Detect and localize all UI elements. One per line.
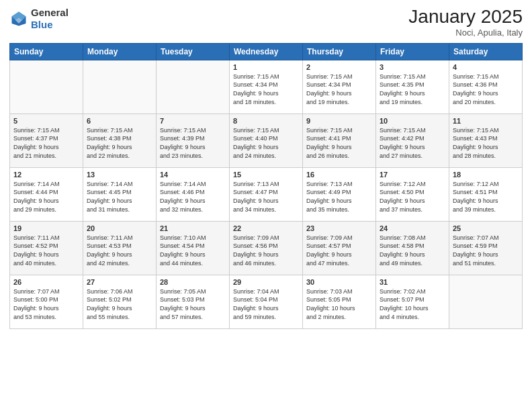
- cell-line: Sunrise: 7:15 AM: [87, 127, 133, 134]
- cell-line: Sunrise: 7:04 AM: [233, 288, 279, 295]
- calendar-cell: 29Sunrise: 7:04 AMSunset: 5:04 PMDayligh…: [230, 275, 303, 328]
- cell-line: and 4 minutes.: [380, 314, 419, 320]
- cell-line: Sunrise: 7:02 AM: [380, 288, 426, 295]
- header-row: SundayMondayTuesdayWednesdayThursdayFrid…: [10, 43, 523, 60]
- cell-line: and 59 minutes.: [233, 314, 276, 320]
- cell-line: Sunset: 4:51 PM: [453, 189, 498, 195]
- cell-content: Sunrise: 7:12 AMSunset: 4:50 PMDaylight:…: [380, 180, 445, 214]
- cell-line: Daylight: 9 hours: [233, 144, 279, 150]
- cell-line: Daylight: 9 hours: [233, 90, 279, 97]
- cell-line: Sunset: 5:05 PM: [306, 296, 351, 303]
- cell-line: and 29 minutes.: [13, 206, 56, 213]
- cell-line: Sunrise: 7:10 AM: [160, 234, 206, 241]
- day-number: 9: [306, 117, 372, 125]
- day-number: 13: [87, 171, 152, 179]
- cell-line: Sunrise: 7:07 AM: [453, 234, 499, 241]
- cell-line: Daylight: 9 hours: [233, 251, 279, 258]
- cell-line: Daylight: 9 hours: [306, 197, 352, 204]
- cell-line: Sunset: 4:37 PM: [13, 135, 58, 142]
- cell-line: and 22 minutes.: [87, 152, 130, 159]
- cell-line: Sunset: 4:53 PM: [87, 242, 132, 249]
- cell-line: Sunrise: 7:14 AM: [87, 181, 133, 187]
- cell-line: and 39 minutes.: [453, 206, 496, 213]
- cell-line: Daylight: 10 hours: [380, 305, 429, 312]
- logo-blue: Blue: [31, 19, 53, 30]
- calendar-cell: 31Sunrise: 7:02 AMSunset: 5:07 PMDayligh…: [376, 275, 449, 328]
- calendar-cell: 5Sunrise: 7:15 AMSunset: 4:37 PMDaylight…: [10, 113, 83, 167]
- week-row-1: 1Sunrise: 7:15 AMSunset: 4:34 PMDaylight…: [10, 60, 523, 113]
- calendar-cell: 24Sunrise: 7:08 AMSunset: 4:58 PMDayligh…: [376, 221, 449, 275]
- cell-line: and 37 minutes.: [380, 206, 423, 213]
- cell-line: Sunrise: 7:11 AM: [13, 234, 60, 241]
- cell-line: Daylight: 9 hours: [13, 197, 59, 204]
- cell-line: and 28 minutes.: [453, 152, 496, 159]
- calendar-cell: 21Sunrise: 7:10 AMSunset: 4:54 PMDayligh…: [157, 221, 230, 275]
- cell-content: Sunrise: 7:12 AMSunset: 4:51 PMDaylight:…: [453, 180, 519, 214]
- day-number: 31: [380, 278, 445, 286]
- cell-line: Daylight: 9 hours: [87, 197, 132, 204]
- cell-line: Daylight: 10 hours: [306, 305, 355, 312]
- calendar-cell: 28Sunrise: 7:05 AMSunset: 5:03 PMDayligh…: [157, 275, 230, 328]
- cell-content: Sunrise: 7:07 AMSunset: 5:00 PMDaylight:…: [13, 287, 79, 321]
- cell-content: Sunrise: 7:08 AMSunset: 4:58 PMDaylight:…: [380, 234, 445, 267]
- calendar-cell: 18Sunrise: 7:12 AMSunset: 4:51 PMDayligh…: [449, 167, 523, 221]
- cell-content: Sunrise: 7:15 AMSunset: 4:34 PMDaylight:…: [306, 73, 372, 106]
- cell-line: Sunset: 4:39 PM: [160, 135, 205, 142]
- calendar-cell: 27Sunrise: 7:06 AMSunset: 5:02 PMDayligh…: [83, 275, 157, 328]
- cell-line: and 49 minutes.: [380, 260, 423, 267]
- cell-line: Sunset: 4:59 PM: [453, 242, 498, 249]
- col-header-tuesday: Tuesday: [157, 43, 230, 60]
- cell-line: and 46 minutes.: [233, 260, 276, 267]
- calendar-cell: [83, 60, 157, 113]
- cell-line: and 20 minutes.: [453, 99, 496, 105]
- cell-line: and 35 minutes.: [306, 206, 349, 213]
- day-number: 2: [306, 63, 372, 71]
- day-number: 8: [233, 117, 299, 125]
- day-number: 3: [380, 63, 445, 71]
- cell-line: Sunrise: 7:15 AM: [380, 73, 426, 80]
- cell-line: Daylight: 9 hours: [160, 305, 206, 312]
- cell-line: Daylight: 9 hours: [233, 305, 279, 312]
- day-number: 23: [306, 224, 372, 232]
- cell-content: Sunrise: 7:03 AMSunset: 5:05 PMDaylight:…: [306, 287, 372, 321]
- cell-content: Sunrise: 7:15 AMSunset: 4:36 PMDaylight:…: [453, 73, 519, 106]
- calendar-cell: 9Sunrise: 7:15 AMSunset: 4:41 PMDaylight…: [303, 113, 376, 167]
- cell-line: Sunrise: 7:15 AM: [306, 73, 353, 80]
- day-number: 18: [453, 171, 519, 179]
- col-header-monday: Monday: [83, 43, 157, 60]
- cell-line: and 57 minutes.: [160, 314, 203, 320]
- cell-line: Sunset: 4:47 PM: [233, 189, 278, 195]
- cell-line: Sunset: 4:58 PM: [380, 242, 425, 249]
- cell-line: Daylight: 9 hours: [453, 251, 498, 258]
- cell-line: Sunset: 4:36 PM: [453, 81, 498, 88]
- title-block: January 2025 Noci, Apulia, Italy: [408, 7, 523, 38]
- cell-content: Sunrise: 7:02 AMSunset: 5:07 PMDaylight:…: [380, 287, 445, 321]
- cell-content: Sunrise: 7:07 AMSunset: 4:59 PMDaylight:…: [453, 234, 519, 267]
- calendar-cell: 1Sunrise: 7:15 AMSunset: 4:34 PMDaylight…: [230, 60, 303, 113]
- cell-line: Sunset: 5:04 PM: [233, 296, 278, 303]
- day-number: 30: [306, 278, 372, 286]
- cell-line: Daylight: 9 hours: [87, 305, 132, 312]
- cell-line: and 53 minutes.: [13, 314, 56, 320]
- cell-content: Sunrise: 7:14 AMSunset: 4:44 PMDaylight:…: [13, 180, 79, 214]
- cell-line: Sunrise: 7:09 AM: [233, 234, 279, 241]
- cell-line: Sunrise: 7:15 AM: [13, 127, 60, 134]
- month-title: January 2025: [408, 7, 523, 28]
- day-number: 15: [233, 171, 299, 179]
- cell-line: Sunrise: 7:14 AM: [160, 181, 206, 187]
- cell-line: Sunrise: 7:15 AM: [306, 127, 353, 134]
- day-number: 19: [13, 224, 79, 232]
- week-row-2: 5Sunrise: 7:15 AMSunset: 4:37 PMDaylight…: [10, 113, 523, 167]
- calendar-cell: 11Sunrise: 7:15 AMSunset: 4:43 PMDayligh…: [449, 113, 523, 167]
- cell-line: and 34 minutes.: [233, 206, 276, 213]
- day-number: 14: [160, 171, 226, 179]
- day-number: 25: [453, 224, 519, 232]
- day-number: 21: [160, 224, 226, 232]
- col-header-friday: Friday: [376, 43, 449, 60]
- calendar-cell: 4Sunrise: 7:15 AMSunset: 4:36 PMDaylight…: [449, 60, 523, 113]
- cell-content: Sunrise: 7:09 AMSunset: 4:56 PMDaylight:…: [233, 234, 299, 267]
- cell-line: Sunset: 4:50 PM: [380, 189, 425, 195]
- cell-line: and 18 minutes.: [233, 99, 276, 105]
- cell-line: and 24 minutes.: [233, 152, 276, 159]
- cell-line: Sunrise: 7:15 AM: [380, 127, 426, 134]
